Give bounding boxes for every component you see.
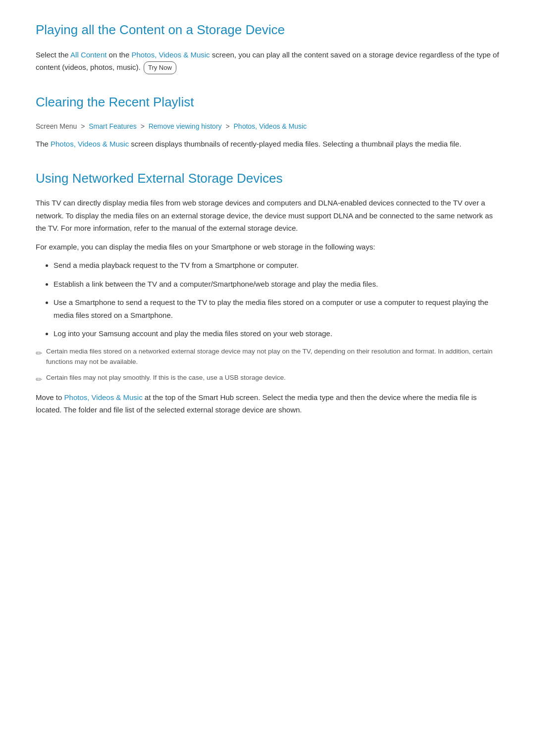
breadcrumb-remove-viewing-history[interactable]: Remove viewing history — [149, 122, 222, 130]
section-clearing-recent-playlist: Clearing the Recent Playlist Screen Menu… — [36, 92, 499, 150]
section3-para1: This TV can directly display media files… — [36, 197, 499, 235]
list-item: Establish a link between the TV and a co… — [54, 278, 499, 291]
section1-body: Select the All Content on the Photos, Vi… — [36, 49, 499, 75]
section-networked-storage: Using Networked External Storage Devices… — [36, 168, 499, 416]
breadcrumb-sep2: > — [141, 122, 145, 130]
section3-para2: For example, you can display the media f… — [36, 241, 499, 253]
pencil-icon-2: ✏ — [36, 373, 42, 386]
section3-title: Using Networked External Storage Devices — [36, 168, 499, 189]
section1-link-photos-videos[interactable]: Photos, Videos & Music — [131, 50, 210, 59]
list-item: Use a Smartphone to send a request to th… — [54, 296, 499, 321]
section2-link-photos-videos[interactable]: Photos, Videos & Music — [51, 140, 129, 148]
section3-final-before: Move to — [36, 393, 64, 402]
note-item-1: ✏ Certain media files stored on a networ… — [36, 346, 499, 367]
section2-title: Clearing the Recent Playlist — [36, 92, 499, 113]
section2-breadcrumb: Screen Menu > Smart Features > Remove vi… — [36, 121, 499, 132]
section1-text-middle: on the — [107, 50, 131, 59]
section2-text-after: screen displays thumbnails of recently-p… — [129, 140, 461, 148]
section2-text-before: The — [36, 140, 51, 148]
note-text-2: Certain files may not play smoothly. If … — [46, 372, 286, 383]
section-playing-all-content: Playing all the Content on a Storage Dev… — [36, 20, 499, 74]
section3-para-final: Move to Photos, Videos & Music at the to… — [36, 391, 499, 416]
breadcrumb-sep3: > — [225, 122, 229, 130]
note-text-1: Certain media files stored on a networke… — [46, 346, 499, 367]
pencil-icon-1: ✏ — [36, 347, 42, 360]
section3-bullet-list: Send a media playback request to the TV … — [54, 259, 499, 340]
section2-body: The Photos, Videos & Music screen displa… — [36, 138, 499, 151]
list-item: Log into your Samsung account and play t… — [54, 327, 499, 340]
section3-link-photos-videos[interactable]: Photos, Videos & Music — [64, 393, 143, 402]
section1-title: Playing all the Content on a Storage Dev… — [36, 20, 499, 41]
list-item: Send a media playback request to the TV … — [54, 259, 499, 272]
breadcrumb-smart-features[interactable]: Smart Features — [89, 122, 136, 130]
note-item-2: ✏ Certain files may not play smoothly. I… — [36, 372, 499, 386]
section1-text-before: Select the — [36, 50, 70, 59]
section1-link-all-content[interactable]: All Content — [70, 50, 107, 59]
breadcrumb-photos-videos-music[interactable]: Photos, Videos & Music — [234, 122, 307, 130]
breadcrumb-part1: Screen Menu — [36, 122, 77, 130]
try-now-badge[interactable]: Try Now — [144, 61, 176, 74]
breadcrumb-sep1: > — [81, 122, 85, 130]
